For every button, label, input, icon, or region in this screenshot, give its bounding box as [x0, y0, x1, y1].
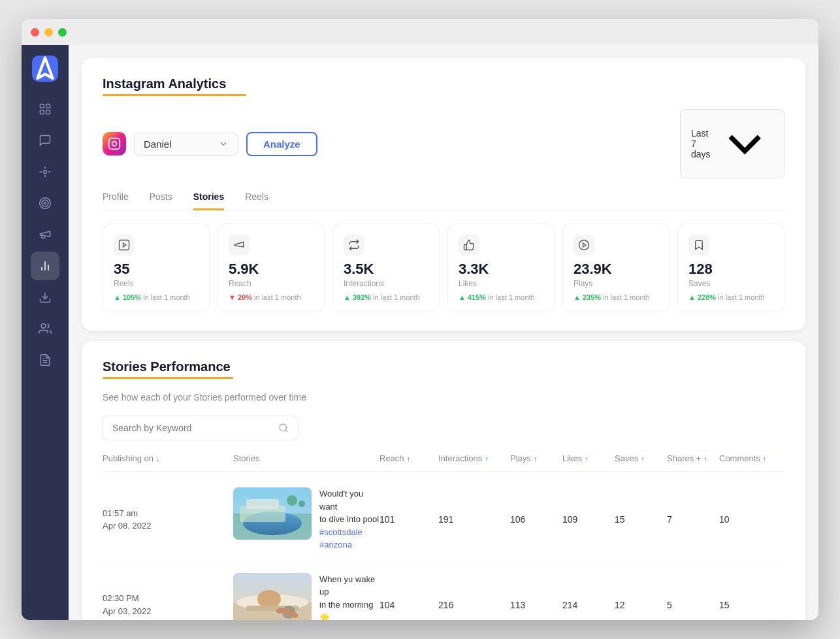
sort-up-icon: ↑: [641, 455, 645, 463]
table-row: 01:57 am Apr 08, 2022: [103, 477, 784, 563]
interactions-label: Interactions: [344, 279, 428, 288]
chevron-down-icon: [716, 115, 773, 172]
sidebar-item-network[interactable]: [31, 157, 59, 186]
svg-point-10: [40, 198, 51, 209]
metric-plays: 23.9K Plays ▲ 235% in last 1 month: [562, 223, 670, 312]
reach-label: Reach: [229, 279, 314, 288]
search-bar: [103, 416, 299, 440]
stories-performance-card: Stories Performance See how each of your…: [82, 341, 805, 620]
th-saves[interactable]: Saves ↑: [615, 453, 667, 463]
titlebar: [22, 19, 818, 45]
row-1-comments: 10: [719, 514, 784, 525]
app-window: Instagram Analytics Daniel: [22, 19, 818, 620]
th-publishing-on[interactable]: Publishing on ↓: [103, 453, 233, 463]
maximize-button[interactable]: [58, 28, 67, 37]
plays-label: Plays: [573, 279, 658, 288]
row-1-interactions: 191: [438, 514, 510, 525]
date-range-dropdown[interactable]: Last 7 days: [680, 109, 784, 178]
account-dropdown[interactable]: Daniel: [134, 133, 238, 156]
row-1-date-value: Apr 08, 2022: [103, 519, 233, 532]
stories-title: Stories Performance: [103, 359, 784, 374]
reels-value: 35: [114, 261, 199, 278]
svg-point-5: [44, 171, 47, 174]
th-comments[interactable]: Comments ↑: [719, 453, 784, 463]
account-name: Daniel: [144, 139, 213, 150]
like-icon: [459, 235, 479, 255]
sidebar-item-messages[interactable]: [31, 126, 59, 155]
sort-up-icon: ↑: [407, 455, 411, 463]
th-plays[interactable]: Plays ↑: [510, 453, 562, 463]
row-2-reach: 104: [380, 600, 438, 610]
analytics-tabs: Profile Posts Stories Reels: [103, 191, 784, 210]
chevron-down-icon: [218, 139, 229, 149]
sort-up-icon: ↑: [763, 455, 767, 463]
close-button[interactable]: [31, 28, 39, 37]
sidebar-item-megaphone[interactable]: [31, 220, 59, 249]
likes-label: Likes: [459, 279, 543, 288]
reach-change: ▼ 20% in last 1 month: [229, 293, 314, 301]
logo[interactable]: [32, 56, 58, 82]
metric-interactions: 3.5K Interactions ▲ 392% in last 1 month: [332, 223, 440, 312]
likes-value: 3.3K: [459, 261, 543, 278]
row-2-interactions: 216: [438, 600, 510, 610]
row-2-plays: 113: [510, 600, 562, 610]
svg-line-27: [285, 431, 287, 433]
plays-change: ▲ 235% in last 1 month: [573, 293, 658, 301]
instagram-icon: [103, 132, 126, 156]
row-1-date: 01:57 am Apr 08, 2022: [103, 507, 233, 532]
sort-up-icon: ↑: [703, 455, 707, 463]
search-input[interactable]: [112, 423, 278, 433]
svg-point-38: [257, 590, 281, 608]
svg-rect-1: [40, 105, 44, 108]
tab-stories[interactable]: Stories: [193, 191, 224, 210]
svg-point-26: [280, 424, 287, 431]
sidebar-item-analytics[interactable]: [31, 252, 59, 280]
interactions-value: 3.5K: [344, 261, 428, 278]
saves-value: 128: [688, 261, 773, 278]
row-2-thumbnail: [233, 573, 312, 620]
svg-marker-23: [123, 243, 127, 247]
th-likes[interactable]: Likes ↑: [562, 453, 615, 463]
svg-point-12: [44, 202, 46, 204]
row-2-comments: 15: [719, 600, 784, 610]
th-shares[interactable]: Shares + ↑: [667, 453, 719, 463]
plays-value: 23.9K: [573, 261, 658, 278]
sidebar-item-dashboard[interactable]: [31, 95, 59, 123]
row-2-date: 02:30 PM Apr 03, 2022: [103, 592, 233, 617]
svg-point-17: [41, 324, 46, 329]
saves-label: Saves: [688, 279, 773, 288]
sidebar-item-document[interactable]: [31, 346, 59, 374]
metrics-grid: 35 Reels ▲ 105% in last 1 month 5.9K: [103, 223, 784, 312]
play-icon: [573, 235, 594, 255]
th-reach[interactable]: Reach ↑: [380, 453, 438, 463]
main-content: Instagram Analytics Daniel: [69, 45, 818, 620]
row-1-shares: 7: [667, 514, 719, 525]
svg-point-33: [287, 495, 297, 506]
tab-profile[interactable]: Profile: [103, 191, 129, 210]
row-1-reach: 101: [380, 514, 438, 525]
tab-reels[interactable]: Reels: [245, 191, 268, 210]
row-1-saves: 15: [615, 514, 667, 525]
table-header: Publishing on ↓ Stories Reach ↑ Interact…: [103, 453, 784, 472]
sidebar-item-download[interactable]: [31, 283, 59, 312]
th-interactions[interactable]: Interactions ↑: [438, 453, 510, 463]
sort-up-icon: ↑: [485, 455, 489, 463]
date-range-label: Last 7 days: [691, 128, 711, 159]
interactions-icon: [344, 235, 364, 255]
row-2-story: When yu wake upin the morning 🌟 #morning: [233, 573, 380, 620]
likes-change: ▲ 415% in last 1 month: [459, 293, 543, 301]
sidebar-item-people[interactable]: [31, 314, 59, 343]
analytics-title: Instagram Analytics: [103, 76, 784, 91]
row-1-plays: 106: [510, 514, 562, 525]
reels-label: Reels: [114, 279, 199, 288]
search-icon: [278, 423, 289, 433]
analyze-button[interactable]: Analyze: [246, 132, 317, 156]
th-stories: Stories: [233, 453, 380, 463]
metric-reels: 35 Reels ▲ 105% in last 1 month: [103, 223, 210, 312]
tab-posts[interactable]: Posts: [150, 191, 172, 210]
title-underline: [103, 94, 246, 96]
minimize-button[interactable]: [44, 28, 53, 37]
sidebar-item-target[interactable]: [31, 189, 59, 218]
row-1-likes: 109: [562, 514, 615, 525]
row-1-story: Would't you wantto dive into pool #scott…: [233, 487, 380, 551]
